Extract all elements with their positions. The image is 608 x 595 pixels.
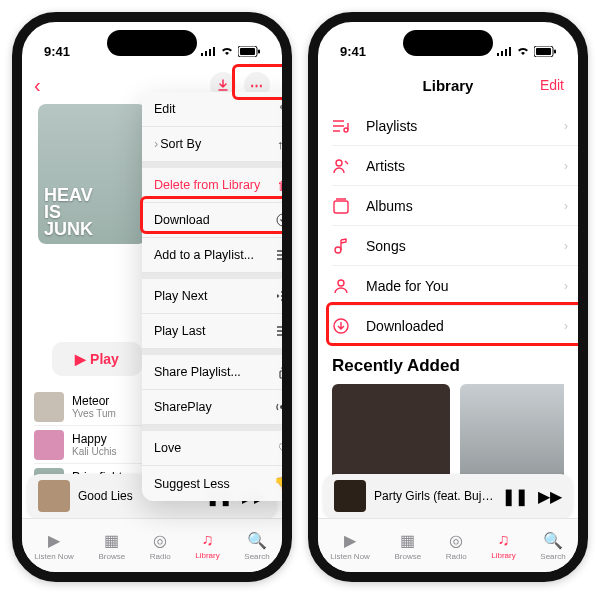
menu-shareplay[interactable]: SharePlay bbox=[142, 390, 292, 425]
tab-bar: ▶Listen Now ▦Browse ◎Radio ♫Library 🔍Sea… bbox=[318, 518, 578, 572]
play-circle-icon: ▶ bbox=[48, 531, 60, 550]
menu-play-next[interactable]: Play Next bbox=[142, 279, 292, 314]
svg-rect-0 bbox=[201, 53, 203, 56]
svg-point-22 bbox=[280, 405, 284, 409]
menu-play-last[interactable]: Play Last bbox=[142, 314, 292, 349]
menu-label: Sort By bbox=[160, 137, 201, 151]
svg-rect-28 bbox=[536, 48, 551, 55]
pencil-icon: ✎ bbox=[279, 102, 290, 117]
library-row-albums[interactable]: Albums › bbox=[332, 186, 578, 226]
tab-listen-now[interactable]: ▶Listen Now bbox=[34, 531, 74, 561]
playlist-add-icon bbox=[276, 249, 290, 261]
menu-label: Delete from Library bbox=[154, 178, 260, 192]
svg-rect-1 bbox=[205, 51, 207, 56]
chevron-right-icon: › bbox=[564, 319, 568, 333]
svg-rect-5 bbox=[240, 48, 255, 55]
share-icon bbox=[278, 365, 290, 379]
edit-button[interactable]: Edit bbox=[540, 77, 564, 93]
back-chevron-icon[interactable]: ‹ bbox=[34, 74, 41, 97]
menu-label: Play Next bbox=[154, 289, 208, 303]
menu-label: Add to a Playlist... bbox=[154, 248, 254, 262]
menu-label: Edit bbox=[154, 102, 176, 116]
now-playing-title: Party Girls (feat. Buju Banto... bbox=[374, 489, 494, 503]
menu-label: Play Last bbox=[154, 324, 205, 338]
svg-point-39 bbox=[335, 247, 341, 253]
tab-library[interactable]: ♫Library bbox=[491, 531, 515, 560]
phone-left: 9:41 ‹ ⋯ bbox=[12, 12, 292, 582]
battery-icon bbox=[534, 46, 556, 57]
menu-love[interactable]: Love ♡ bbox=[142, 431, 292, 466]
dynamic-island bbox=[107, 30, 197, 56]
library-label: Made for You bbox=[366, 278, 550, 294]
tab-search[interactable]: 🔍Search bbox=[244, 531, 269, 561]
battery-icon bbox=[238, 46, 260, 57]
tab-search[interactable]: 🔍Search bbox=[540, 531, 565, 561]
library-icon: ♫ bbox=[201, 531, 213, 549]
library-row-downloaded[interactable]: Downloaded › bbox=[332, 306, 578, 346]
pause-icon[interactable]: ❚❚ bbox=[502, 487, 528, 506]
menu-add-playlist[interactable]: Add to a Playlist... bbox=[142, 238, 292, 273]
tab-radio[interactable]: ◎Radio bbox=[446, 531, 467, 561]
section-title: Recently Added bbox=[332, 356, 564, 376]
artist-icon bbox=[332, 157, 352, 175]
person-icon bbox=[332, 277, 352, 295]
wifi-icon bbox=[516, 46, 530, 56]
menu-edit[interactable]: Edit ✎ bbox=[142, 92, 292, 127]
chevron-right-icon: › bbox=[564, 119, 568, 133]
svg-line-36 bbox=[345, 161, 348, 164]
svg-point-35 bbox=[336, 160, 342, 166]
sort-icon: ↑↓ bbox=[277, 137, 290, 152]
svg-rect-21 bbox=[280, 371, 288, 378]
library-row-artists[interactable]: Artists › bbox=[332, 146, 578, 186]
status-time: 9:41 bbox=[44, 44, 70, 59]
library-label: Downloaded bbox=[366, 318, 550, 334]
menu-suggest-less[interactable]: Suggest Less 👎 bbox=[142, 466, 292, 501]
forward-icon[interactable]: ▶▶ bbox=[538, 487, 562, 506]
svg-point-8 bbox=[277, 214, 289, 226]
now-playing-bar[interactable]: Party Girls (feat. Buju Banto... ❚❚ ▶▶ bbox=[324, 474, 572, 518]
library-label: Playlists bbox=[366, 118, 550, 134]
library-label: Artists bbox=[366, 158, 550, 174]
page-title: Library bbox=[423, 77, 474, 94]
menu-download[interactable]: Download bbox=[142, 203, 292, 238]
tab-listen-now[interactable]: ▶Listen Now bbox=[330, 531, 370, 561]
play-button[interactable]: ▶ Play bbox=[52, 342, 142, 376]
play-circle-icon: ▶ bbox=[344, 531, 356, 550]
menu-label: Share Playlist... bbox=[154, 365, 241, 379]
svg-rect-24 bbox=[501, 51, 503, 56]
song-thumb bbox=[34, 430, 64, 460]
svg-point-12 bbox=[285, 256, 290, 261]
download-circle-icon bbox=[276, 213, 290, 227]
tab-library[interactable]: ♫Library bbox=[195, 531, 219, 560]
menu-sort-by[interactable]: ›Sort By ↑↓ bbox=[142, 127, 292, 162]
playlist-icon bbox=[332, 118, 352, 134]
radio-icon: ◎ bbox=[153, 531, 167, 550]
library-header: Library Edit bbox=[318, 66, 578, 104]
menu-label: Download bbox=[154, 213, 210, 227]
library-icon: ♫ bbox=[497, 531, 509, 549]
svg-rect-6 bbox=[258, 49, 260, 53]
svg-rect-25 bbox=[505, 49, 507, 56]
library-row-songs[interactable]: Songs › bbox=[332, 226, 578, 266]
menu-share-playlist[interactable]: Share Playlist... bbox=[142, 355, 292, 390]
album-artwork[interactable]: HEAV IS JUNK bbox=[38, 104, 146, 244]
library-list: Playlists › Artists › Albums › bbox=[318, 104, 578, 346]
grid-icon: ▦ bbox=[104, 531, 119, 550]
svg-rect-26 bbox=[509, 47, 511, 56]
menu-delete[interactable]: Delete from Library 🗑 bbox=[142, 168, 292, 203]
tab-browse[interactable]: ▦Browse bbox=[98, 531, 125, 561]
library-row-playlists[interactable]: Playlists › bbox=[332, 106, 578, 146]
album-icon bbox=[332, 197, 352, 215]
library-row-made-for-you[interactable]: Made for You › bbox=[332, 266, 578, 306]
song-icon bbox=[332, 237, 352, 255]
radio-icon: ◎ bbox=[449, 531, 463, 550]
tab-radio[interactable]: ◎Radio bbox=[150, 531, 171, 561]
album-art-line: JUNK bbox=[44, 221, 140, 238]
chevron-right-icon: › bbox=[564, 159, 568, 173]
chevron-right-icon: › bbox=[564, 239, 568, 253]
signal-icon bbox=[201, 46, 216, 56]
tab-browse[interactable]: ▦Browse bbox=[394, 531, 421, 561]
now-playing-thumb bbox=[38, 480, 70, 512]
search-icon: 🔍 bbox=[543, 531, 563, 550]
play-next-icon bbox=[276, 290, 290, 302]
